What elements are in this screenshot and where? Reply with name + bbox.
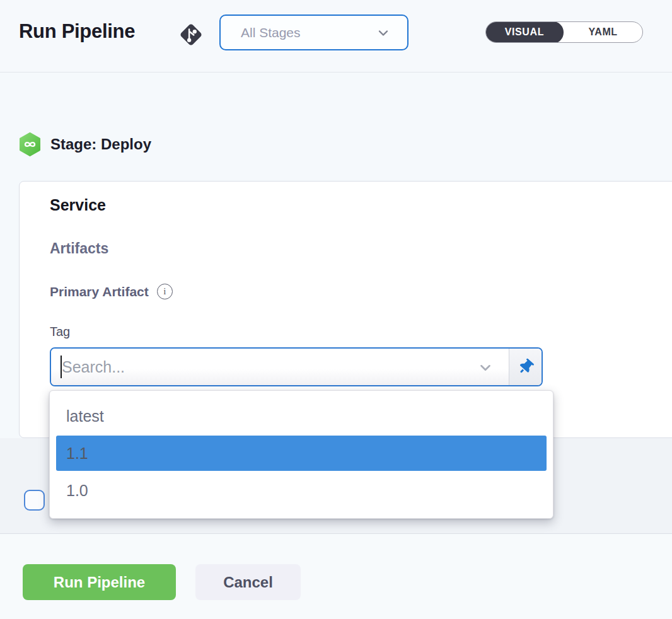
tab-yaml[interactable]: YAML [564, 22, 642, 42]
tab-visual[interactable]: VISUAL [485, 21, 564, 43]
tag-search-field-area [51, 349, 509, 385]
primary-artifact-label: Primary Artifact [50, 284, 149, 299]
tag-options-dropdown: latest1.11.0 [49, 390, 553, 519]
tag-option-1.0[interactable]: 1.0 [50, 471, 553, 510]
pin-button[interactable] [509, 349, 542, 385]
tag-option-1.1[interactable]: 1.1 [56, 436, 547, 471]
dialog-header: Run Pipeline All Stages VISUAL YAML [0, 0, 672, 72]
visual-yaml-toggle: VISUAL YAML [485, 21, 643, 43]
checkbox[interactable] [24, 490, 45, 511]
chevron-down-icon[interactable] [477, 359, 494, 376]
page-title: Run Pipeline [19, 20, 135, 43]
all-stages-select[interactable]: All Stages [219, 14, 408, 50]
dialog-footer: Run Pipeline Cancel [0, 535, 672, 619]
all-stages-select-value: All Stages [241, 25, 376, 40]
tag-search-combobox [50, 347, 543, 386]
git-branch-icon [177, 20, 206, 49]
tag-label: Tag [50, 325, 649, 339]
service-heading: Service [50, 196, 649, 214]
stage-row: Stage: Deploy [19, 132, 151, 156]
artifacts-heading: Artifacts [50, 240, 649, 257]
stage-label: Stage: Deploy [50, 136, 151, 153]
chevron-down-icon [376, 25, 391, 40]
input-caret [61, 356, 62, 378]
cancel-button[interactable]: Cancel [195, 564, 301, 600]
primary-artifact-row: Primary Artifact i [50, 284, 649, 299]
info-icon[interactable]: i [157, 284, 173, 299]
tag-option-latest[interactable]: latest [50, 396, 553, 436]
run-pipeline-button[interactable]: Run Pipeline [23, 564, 176, 600]
deploy-stage-icon [19, 132, 41, 156]
pin-icon [515, 356, 536, 378]
tag-search-input[interactable] [51, 349, 509, 385]
run-pipeline-dialog: Run Pipeline All Stages VISUAL YAML [0, 0, 672, 619]
